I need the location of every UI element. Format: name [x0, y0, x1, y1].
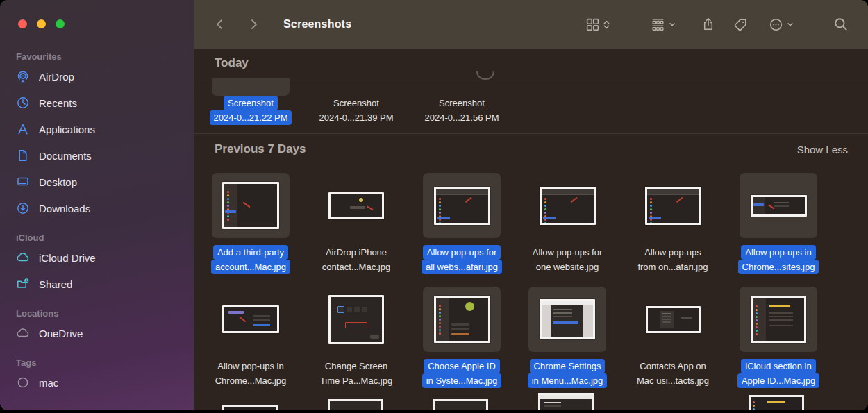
file-name: Screenshot2024-0...21.56 PM	[421, 96, 503, 125]
sidebar-item-desktop[interactable]: Desktop	[7, 169, 187, 195]
sidebar-item-airdrop[interactable]: AirDrop	[7, 63, 187, 90]
file-item[interactable]: Contacts App onMac usi...tacts.jpg	[620, 278, 726, 392]
thumbnail-detail	[650, 198, 652, 200]
file-name-text: Chrome...Mac.jpg	[211, 373, 291, 388]
file-thumbnail-partial	[433, 399, 488, 410]
file-name: Allow pop-ups inChrome...Mac.jpg	[211, 359, 291, 388]
cloud-icon	[16, 251, 30, 264]
thumbnail-image	[542, 301, 593, 337]
sidebar-item-onedrive[interactable]: OneDrive	[7, 320, 187, 346]
file-thumbnail	[434, 187, 490, 225]
file-item[interactable]: Chrome Settingsin Menu...Mac.jpg	[515, 278, 620, 392]
thumbnail-image	[753, 298, 804, 341]
file-name-text: Allow pop-ups in	[741, 245, 815, 260]
file-name-text: Choose Apple ID	[424, 359, 500, 373]
group-by-icon	[651, 17, 665, 32]
sidebar-item-downloads[interactable]: Downloads	[7, 195, 187, 221]
thumbnail-zone	[198, 173, 303, 238]
thumbnail-image	[330, 401, 381, 410]
file-thumbnail-partial	[749, 395, 804, 410]
cloud-gray-icon	[16, 326, 30, 340]
file-item[interactable]: Allow pop-upsfrom on...afari.jpg	[620, 165, 726, 278]
file-name-line: account...Mac.jpg	[211, 260, 290, 274]
file-item[interactable]: Allow pop-ups inChrome...Mac.jpg	[198, 278, 303, 392]
file-item[interactable]: Choose Apple IDin Syste...Mac.jpg	[409, 278, 515, 392]
group-by-button[interactable]	[651, 17, 676, 32]
file-name-line: Screenshot	[210, 96, 292, 110]
sidebar-item-label: OneDrive	[39, 328, 83, 339]
file-item[interactable]: Allow pop-ups forall webs...afari.jpg	[409, 165, 515, 278]
thumbnail-detail	[756, 305, 758, 307]
file-name-text: in Syste...Mac.jpg	[422, 373, 502, 388]
file-name-text: Allow pop-ups for	[423, 245, 501, 260]
tags-button[interactable]	[733, 17, 748, 32]
thumbnail-zone	[726, 287, 831, 352]
grid-row-1: Add a third-partyaccount...Mac.jpgAirDro…	[194, 165, 868, 278]
traffic-lights	[18, 19, 65, 28]
thumbnail-zone	[620, 173, 726, 238]
sidebar-item-documents[interactable]: Documents	[7, 142, 187, 169]
back-button[interactable]	[212, 17, 228, 32]
thumbnail-detail	[437, 217, 450, 219]
file-item[interactable]: AirDrop iPhonecontact...Mac.jpg	[303, 165, 409, 278]
file-item[interactable]: Change ScreenTime Pa...Mac.jpg	[303, 278, 409, 392]
thumbnail-image	[224, 407, 276, 410]
file-name-text: 2024-0...21.56 PM	[421, 110, 503, 125]
file-name: Allow pop-ups forall webs...afari.jpg	[422, 245, 502, 274]
file-name: Screenshot2024-0...21.39 PM	[315, 96, 398, 125]
sidebar-item-mac[interactable]: mac	[7, 369, 187, 396]
file-item[interactable]: Screenshot2024-0...21.39 PM	[303, 78, 409, 133]
sidebar-section-label: Tags	[7, 357, 187, 368]
sidebar-item-label: AirDrop	[39, 71, 74, 83]
file-item[interactable]: iCloud section inApple ID...Mac.jpg	[726, 278, 831, 392]
thumbnail-image	[542, 189, 594, 223]
file-thumbnail	[328, 295, 384, 344]
sidebar-item-recents[interactable]: Recents	[7, 90, 187, 116]
thumbnail-image	[647, 189, 699, 223]
thumbnail-image	[224, 184, 277, 227]
thumbnail-detail	[465, 302, 474, 311]
file-name-text: Add a third-party	[213, 245, 288, 260]
thumbnail-image	[540, 395, 592, 410]
sidebar-item-icloud-drive[interactable]: iCloud Drive	[7, 244, 187, 271]
file-name-line: Screenshot	[315, 96, 398, 110]
thumbnail-image	[331, 297, 382, 342]
file-name-line: Change Screen	[316, 359, 397, 373]
thumbnail-detail	[350, 206, 365, 209]
show-less-button[interactable]: Show Less	[797, 144, 848, 155]
file-item[interactable]: Allow pop-ups forone website.jpg	[515, 165, 620, 278]
sidebar-item-shared[interactable]: Shared	[7, 271, 187, 297]
sidebar-section-icloud: iCloudiCloud DriveShared	[7, 233, 187, 297]
thumbnail-zone	[620, 287, 726, 352]
file-name-text: Chrome Settings	[530, 359, 606, 373]
chevron-down-icon	[786, 20, 794, 28]
file-name-text: Allow pop-ups in	[213, 359, 287, 373]
thumbnail-detail	[553, 321, 578, 324]
thumbnail-detail	[228, 311, 244, 314]
zoom-button[interactable]	[56, 19, 65, 28]
thumbnail-zone	[409, 173, 515, 238]
file-item[interactable]: Screenshot2024-0...21.22 PM	[198, 78, 303, 133]
file-item[interactable]: Allow pop-ups inChrome...sites.jpg	[726, 165, 831, 278]
file-name-line: Allow pop-ups for	[422, 245, 502, 260]
file-name: Allow pop-upsfrom on...afari.jpg	[633, 245, 712, 274]
shared-folder-icon	[16, 277, 30, 291]
sidebar-section-favourites: FavouritesAirDropRecentsApplicationsDocu…	[7, 51, 187, 221]
thumbnail-image	[224, 307, 277, 331]
forward-button[interactable]	[246, 17, 261, 32]
thumbnail-detail	[359, 198, 363, 202]
file-item[interactable]: Screenshot2024-0...21.56 PM	[409, 78, 515, 133]
search-button[interactable]	[833, 17, 849, 32]
view-mode-button[interactable]	[585, 17, 610, 32]
sidebar-item-applications[interactable]: Applications	[7, 116, 187, 142]
sidebar-item-label: Desktop	[39, 176, 77, 188]
close-button[interactable]	[18, 19, 27, 28]
share-button[interactable]	[701, 17, 715, 32]
thumbnail-image	[753, 197, 805, 214]
minimize-button[interactable]	[37, 19, 46, 28]
file-item[interactable]: Add a third-partyaccount...Mac.jpg	[198, 165, 303, 278]
group-title-previous: Previous 7 Days	[215, 142, 306, 156]
more-actions-button[interactable]	[769, 17, 794, 32]
group-title-today: Today	[215, 56, 249, 70]
thumbnail-zone	[515, 173, 620, 238]
